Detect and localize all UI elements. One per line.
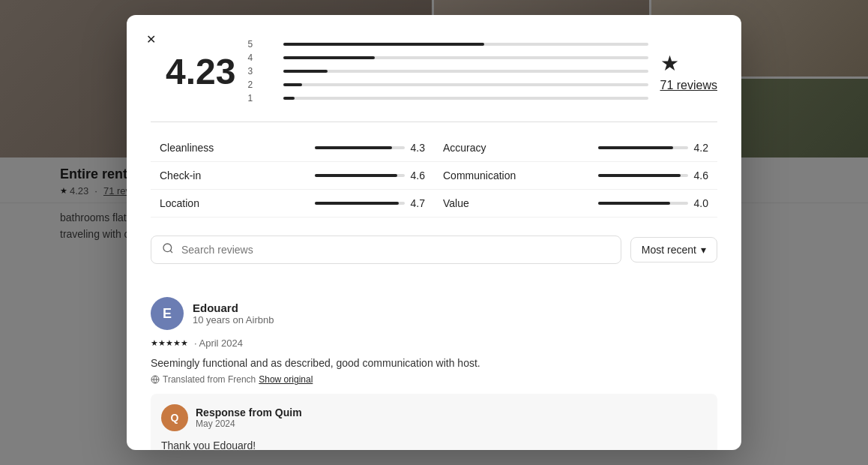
rating-categories: Cleanliness 4.3 Accuracy 4.2 Check-in 4.… (151, 122, 717, 218)
category-bar-wrap: 4.0 (598, 197, 708, 209)
response-name: Response from Quim (196, 406, 302, 418)
svg-line-1 (170, 250, 172, 253)
bar-fill (283, 97, 295, 100)
response-header: Q Response from Quim May 2024 (161, 404, 707, 431)
bar-track (283, 43, 648, 46)
category-name: Location (160, 197, 199, 209)
close-button[interactable]: ✕ (139, 27, 163, 51)
category-score: 4.6 (411, 170, 425, 182)
category-bar-wrap: 4.7 (315, 197, 425, 209)
search-input[interactable] (181, 244, 610, 256)
category-row: Accuracy 4.2 (434, 134, 717, 162)
category-score: 4.2 (694, 142, 708, 154)
show-original-link[interactable]: Show original (259, 374, 313, 385)
cat-bar-track (598, 174, 688, 177)
category-score: 4.6 (694, 170, 708, 182)
category-name: Accuracy (443, 142, 486, 154)
sort-label: Most recent (642, 244, 696, 256)
cat-bar-fill (598, 202, 670, 205)
bar-track (283, 70, 648, 73)
category-name: Communication (443, 170, 516, 182)
big-rating-value: 4.23 (166, 51, 235, 92)
dialog-overlay: ✕ 4.23 5 4 3 2 1 (0, 0, 868, 465)
star-bar-row: 1 (247, 93, 648, 104)
category-score: 4.3 (411, 142, 425, 154)
dialog-header: 4.23 5 4 3 2 1 ★ (151, 39, 717, 104)
reviewer-years: 10 years on Airbnb (193, 314, 274, 326)
translated-label: Translated from French (163, 374, 256, 385)
star-bar-label: 1 (247, 93, 277, 104)
category-score: 4.0 (694, 197, 708, 209)
category-score: 4.7 (411, 197, 425, 209)
bar-track (283, 97, 648, 100)
review-text: Seemingly functional and as described, g… (151, 355, 717, 371)
reviewer-header: E Edouard 10 years on Airbnb (151, 297, 717, 330)
category-name: Cleanliness (160, 142, 214, 154)
cat-bar-fill (598, 146, 674, 149)
bar-fill (283, 56, 375, 59)
category-row: Check-in 4.6 (151, 162, 434, 190)
search-icon (162, 242, 174, 257)
reviews-dialog: ✕ 4.23 5 4 3 2 1 (127, 15, 741, 450)
cat-bar-fill (315, 202, 400, 205)
category-row: Location 4.7 (151, 190, 434, 218)
bar-fill (283, 83, 301, 86)
reviews-list: E Edouard 10 years on Airbnb ★★★★★ · Apr… (151, 297, 717, 450)
response-block: Q Response from Quim May 2024 Thank you … (151, 394, 717, 450)
reviews-count-label: ★ 71 reviews (660, 51, 717, 92)
category-name: Value (443, 197, 469, 209)
search-bar (151, 236, 621, 264)
category-bar-wrap: 4.3 (315, 142, 425, 154)
category-bar-wrap: 4.6 (598, 170, 708, 182)
category-row: Cleanliness 4.3 (151, 134, 434, 162)
bar-fill (283, 70, 327, 73)
star-bar-row: 2 (247, 80, 648, 90)
star-bar-label: 4 (247, 52, 277, 63)
reviewer-name: Edouard (193, 302, 274, 314)
sort-dropdown[interactable]: Most recent ▾ (630, 237, 717, 262)
cat-bar-track (598, 146, 688, 149)
cat-bar-fill (315, 146, 392, 149)
category-bar-wrap: 4.2 (598, 142, 708, 154)
review-meta: ★★★★★ · April 2024 (151, 338, 717, 349)
svg-point-0 (163, 244, 172, 252)
category-row: Communication 4.6 (434, 162, 717, 190)
bar-track (283, 56, 648, 59)
star-bar-row: 3 (247, 66, 648, 76)
cat-bar-fill (598, 174, 681, 177)
cat-bar-fill (315, 174, 397, 177)
star-bar-row: 5 (247, 39, 648, 50)
response-meta: Response from Quim May 2024 (196, 406, 302, 429)
reviewer-avatar: E (151, 297, 184, 330)
category-bar-wrap: 4.6 (315, 170, 425, 182)
reviews-count[interactable]: 71 reviews (660, 79, 717, 92)
star-bar-label: 5 (247, 39, 277, 50)
chevron-down-icon: ▾ (701, 244, 706, 256)
star-bar-row: 4 (247, 52, 648, 63)
star-bar-label: 2 (247, 80, 277, 90)
cat-bar-track (315, 146, 405, 149)
response-avatar: Q (161, 404, 188, 431)
dialog-controls: Most recent ▾ (151, 236, 717, 282)
bar-fill (283, 43, 483, 46)
translated-note: Translated from French Show original (151, 374, 717, 385)
reviewer-info: Edouard 10 years on Airbnb (193, 302, 274, 326)
cat-bar-track (315, 202, 405, 205)
review-stars: ★★★★★ (151, 338, 188, 348)
close-icon: ✕ (146, 32, 156, 46)
cat-bar-track (315, 174, 405, 177)
review-date: · April 2024 (194, 338, 243, 349)
category-name: Check-in (160, 170, 201, 182)
review-item: E Edouard 10 years on Airbnb ★★★★★ · Apr… (151, 297, 717, 450)
response-date: May 2024 (196, 418, 302, 429)
star-icon-large: ★ (660, 52, 679, 75)
response-text: Thank you Edouard! (161, 437, 707, 450)
category-row: Value 4.0 (434, 190, 717, 218)
star-bars: 5 4 3 2 1 (247, 39, 648, 104)
star-bar-label: 3 (247, 66, 277, 76)
bar-track (283, 83, 648, 86)
cat-bar-track (598, 202, 688, 205)
